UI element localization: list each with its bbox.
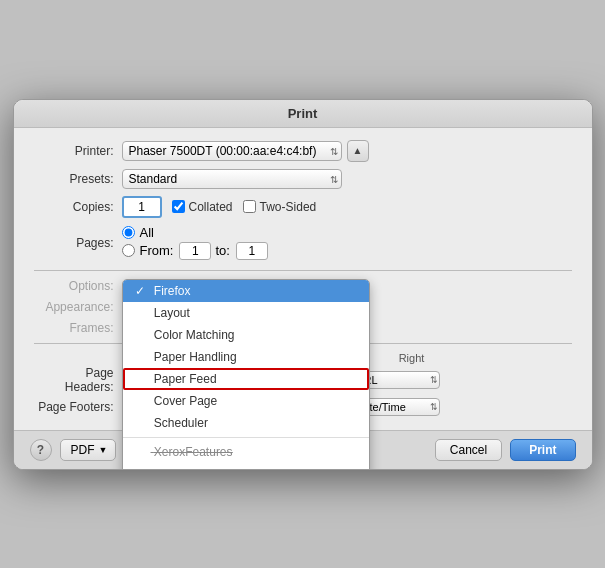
right-col-label: Right — [362, 352, 462, 364]
pages-to-input[interactable] — [236, 242, 268, 260]
page-headers-label: Page Headers: — [34, 366, 114, 394]
dropdown-list: ✓ Firefox Layout Color Matching Paper Ha… — [122, 279, 370, 470]
pages-all-radio[interactable] — [122, 226, 135, 239]
presets-row: Presets: Standard — [34, 169, 572, 189]
collated-checkbox-label: Collated — [172, 200, 233, 214]
copies-input[interactable] — [122, 196, 162, 218]
printer-row: Printer: Phaser 7500DT (00:00:aa:e4:c4:b… — [34, 140, 572, 162]
options-label: Options: — [34, 279, 114, 293]
pages-label: Pages: — [34, 236, 114, 250]
checkmark-icon: ✓ — [135, 284, 147, 298]
pages-all-label: All — [140, 225, 154, 240]
pages-from-row: From: to: — [122, 242, 272, 260]
pages-radio-group: All From: to: — [122, 225, 272, 262]
cancel-button[interactable]: Cancel — [435, 439, 502, 461]
presets-label: Presets: — [34, 172, 114, 186]
pdf-arrow-icon: ▼ — [99, 445, 108, 455]
pages-to-label: to: — [215, 243, 229, 258]
right-edge-tab-1 — [592, 188, 593, 228]
pages-from-radio[interactable] — [122, 244, 135, 257]
dropdown-item-firefox[interactable]: ✓ Firefox — [123, 280, 369, 302]
pages-all-row: All — [122, 225, 272, 240]
dropdown-item-cover-page[interactable]: Cover Page — [123, 390, 369, 412]
printer-select[interactable]: Phaser 7500DT (00:00:aa:e4:c4:bf) — [122, 141, 342, 161]
pdf-button[interactable]: PDF ▼ — [60, 439, 117, 461]
copies-row: Copies: Collated Two-Sided — [34, 196, 572, 218]
printer-label: Printer: — [34, 144, 114, 158]
appearance-label: Appearance: — [34, 300, 114, 314]
page-footers-label: Page Footers: — [34, 400, 114, 414]
printer-select-wrapper: Phaser 7500DT (00:00:aa:e4:c4:bf) — [122, 141, 342, 161]
dropdown-item-xerox-features[interactable]: XeroxFeatures — [123, 441, 369, 463]
print-button[interactable]: Print — [510, 439, 575, 461]
dropdown-item-layout[interactable]: Layout — [123, 302, 369, 324]
dialog-title: Print — [14, 100, 592, 128]
checkmark-placeholder — [135, 306, 147, 320]
collated-label: Collated — [189, 200, 233, 214]
dropdown-item-paper-handling[interactable]: Paper Handling — [123, 346, 369, 368]
two-sided-label: Two-Sided — [260, 200, 317, 214]
two-sided-checkbox-label: Two-Sided — [243, 200, 317, 214]
collated-checkbox[interactable] — [172, 200, 185, 213]
dropdown-item-scheduler[interactable]: Scheduler — [123, 412, 369, 434]
dropdown-item-color-matching[interactable]: Color Matching — [123, 324, 369, 346]
divider-1 — [34, 270, 572, 271]
dialog-content: Printer: Phaser 7500DT (00:00:aa:e4:c4:b… — [14, 128, 592, 430]
pages-from-input[interactable] — [179, 242, 211, 260]
right-edge-tab-2 — [592, 308, 593, 348]
printer-up-button[interactable]: ▲ — [347, 140, 369, 162]
copies-label: Copies: — [34, 200, 114, 214]
presets-select[interactable]: Standard — [122, 169, 342, 189]
two-sided-checkbox[interactable] — [243, 200, 256, 213]
dropdown-item-paper-feed[interactable]: Paper Feed — [123, 368, 369, 390]
frames-label: Frames: — [34, 321, 114, 335]
help-button[interactable]: ? — [30, 439, 52, 461]
pages-row: Pages: All From: to: — [34, 225, 572, 262]
dropdown-sep-1 — [123, 437, 369, 438]
pages-from-label: From: — [140, 243, 174, 258]
print-dialog: Print Printer: Phaser 7500DT (00:00:aa:e… — [13, 99, 593, 470]
presets-select-wrapper: Standard — [122, 169, 342, 189]
dropdown-item-printer-features[interactable]: Printer Features — [123, 463, 369, 470]
